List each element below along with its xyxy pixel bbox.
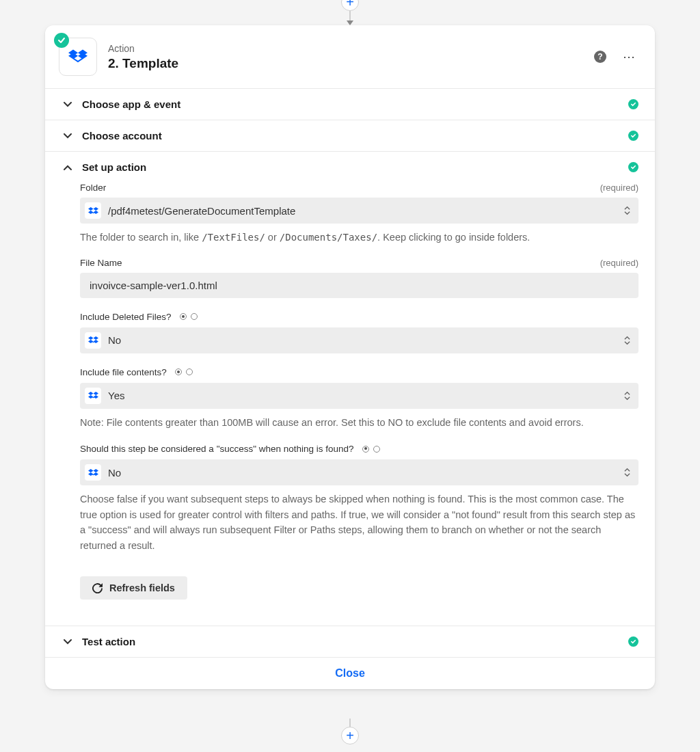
dropbox-icon	[85, 464, 101, 481]
more-menu-icon[interactable]: ⋯	[623, 54, 636, 60]
required-label: (required)	[600, 258, 638, 268]
radio-group[interactable]	[180, 313, 198, 320]
status-check-badge	[54, 33, 69, 48]
field-help-text: Choose false if you want subsequent step…	[80, 492, 638, 553]
refresh-icon	[92, 583, 103, 593]
refresh-fields-button[interactable]: Refresh fields	[80, 576, 187, 600]
chevron-down-icon	[62, 639, 74, 645]
field-label: Folder	[80, 183, 106, 193]
file-name-value: invoivce-sample-ver1.0.html	[90, 280, 217, 291]
card-header: Action 2. Template ? ⋯	[45, 25, 655, 88]
radio-option[interactable]	[373, 446, 380, 453]
field-label: Should this step be considered a "succes…	[80, 444, 354, 454]
field-help-text: The folder to search in, like /TextFiles…	[80, 230, 638, 245]
field-include-contents: Include file contents? Yes	[80, 366, 638, 430]
required-label: (required)	[600, 183, 638, 193]
radio-option[interactable]	[191, 313, 198, 320]
field-label: Include Deleted Files?	[80, 312, 172, 322]
action-step-card: Action 2. Template ? ⋯ Choose app & even…	[45, 25, 655, 689]
section-label: Choose app & event	[82, 98, 628, 110]
section-setup-action: Set up action Folder (required) /pdf4met…	[45, 151, 655, 626]
form-area: Folder (required) /pdf4metest/GenerateDo…	[62, 183, 638, 626]
field-folder: Folder (required) /pdf4metest/GenerateDo…	[80, 183, 638, 245]
radio-option[interactable]	[186, 368, 193, 375]
select-value: No	[108, 334, 630, 346]
chevron-down-icon	[62, 102, 74, 107]
step-type-label: Action	[108, 43, 594, 54]
sort-arrows-icon	[624, 336, 630, 345]
chevron-down-icon	[62, 133, 74, 139]
section-complete-icon	[628, 131, 638, 141]
radio-group[interactable]	[175, 368, 193, 375]
sort-arrows-icon	[624, 468, 630, 477]
include-deleted-select[interactable]: No	[80, 327, 638, 353]
step-title: 2. Template	[108, 56, 594, 71]
sort-arrows-icon	[624, 206, 630, 215]
app-icon	[59, 38, 97, 76]
section-label: Choose account	[82, 130, 628, 142]
success-select[interactable]: No	[80, 459, 638, 485]
radio-option[interactable]	[175, 368, 182, 375]
dropbox-icon	[85, 202, 101, 219]
dropbox-icon	[85, 332, 101, 349]
field-include-deleted: Include Deleted Files? No	[80, 310, 638, 353]
folder-select[interactable]: /pdf4metest/GenerateDocumentTemplate	[80, 198, 638, 224]
radio-option[interactable]	[362, 446, 369, 453]
section-label: Set up action	[82, 161, 628, 173]
section-choose-account[interactable]: Choose account	[45, 120, 655, 151]
section-label: Test action	[82, 636, 628, 647]
refresh-label: Refresh fields	[109, 582, 175, 593]
close-button[interactable]: Close	[45, 657, 655, 689]
add-step-bottom-button[interactable]: +	[341, 727, 359, 744]
add-step-top-button[interactable]: +	[341, 0, 359, 11]
help-icon[interactable]: ?	[594, 51, 606, 63]
dropbox-icon	[85, 388, 101, 404]
select-value: Yes	[108, 390, 630, 401]
include-contents-select[interactable]: Yes	[80, 383, 638, 409]
arrow-down-icon	[347, 21, 353, 25]
section-test-action[interactable]: Test action	[45, 626, 655, 657]
field-file-name: File Name (required) invoivce-sample-ver…	[80, 258, 638, 298]
field-help-text: Note: File contents greater than 100MB w…	[80, 415, 638, 430]
sort-arrows-icon	[624, 391, 630, 400]
section-choose-app-event[interactable]: Choose app & event	[45, 88, 655, 120]
file-name-input[interactable]: invoivce-sample-ver1.0.html	[80, 273, 638, 298]
select-value: No	[108, 467, 630, 479]
radio-group[interactable]	[362, 446, 380, 453]
section-setup-header[interactable]: Set up action	[62, 161, 638, 173]
dropbox-icon	[68, 47, 88, 66]
chevron-up-icon	[62, 165, 74, 170]
field-label: File Name	[80, 258, 122, 268]
folder-value: /pdf4metest/GenerateDocumentTemplate	[108, 205, 630, 217]
field-success-nothing-found: Should this step be considered a "succes…	[80, 442, 638, 553]
section-complete-icon	[628, 162, 638, 172]
radio-option[interactable]	[180, 313, 187, 320]
section-complete-icon	[628, 636, 638, 647]
title-group: Action 2. Template	[108, 43, 594, 71]
section-complete-icon	[628, 99, 638, 109]
field-label: Include file contents?	[80, 367, 167, 377]
